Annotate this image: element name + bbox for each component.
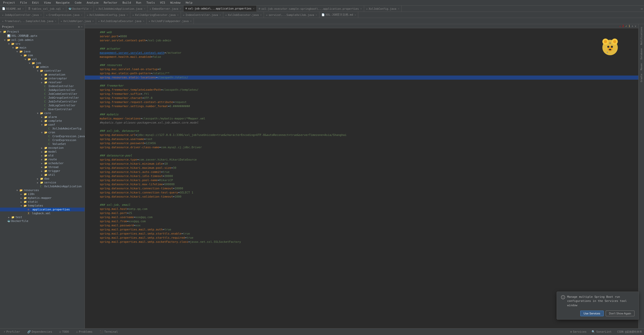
tree-item-interceptor[interactable]: ▶ 📁 interceptor [0, 77, 85, 80]
tab-close-index[interactable]: ✕ [219, 14, 221, 16]
tab-jobapi[interactable]: ☕ JobApiController.java ✕ [0, 12, 44, 18]
tree-item-core[interactable]: ▼ 📂 core [0, 111, 85, 115]
editor-content[interactable]: + ### web server.port=8080 server.servle… [85, 28, 638, 328]
tree-item-resolver[interactable]: ▶ 📁 resolver [0, 80, 85, 84]
tree-item-dao[interactable]: ▶ 📁 dao [0, 177, 85, 181]
tab-indexcontroller[interactable]: ☕ IndexController.java ✕ [181, 12, 223, 18]
menu-navigate[interactable]: Navigate [55, 1, 71, 5]
menu-refactor[interactable]: Refactor [103, 1, 118, 5]
use-services-button[interactable]: Use Services [580, 311, 604, 316]
tab-simpleexecutor[interactable]: ☕ XxlJobSimpleExecutor.java ✕ [96, 18, 147, 24]
tab-xxlconfig[interactable]: ☕ XxlJobConfig.java ✕ [364, 6, 402, 12]
tree-item-cronexpr-java[interactable]: C CronExpression.java [0, 134, 85, 138]
tab-adminconfig[interactable]: ☕ XxlJobAdminConfig.java ✕ [85, 12, 131, 18]
tree-item-pptx[interactable]: 📊 XXL-JOB构建.pptx [0, 34, 85, 38]
tab-close-frameless[interactable]: ✕ [55, 20, 56, 22]
tree-item-jobapi-controller[interactable]: C JobApiController [0, 88, 85, 92]
tab-close-samplejob[interactable]: ✕ [316, 14, 317, 16]
tree-item-xxl[interactable]: ▼ 📂 xxl [0, 57, 85, 61]
tab-samplejob[interactable]: ☕ service\...SampleXxlJob.java ✕ [264, 12, 319, 18]
tree-item-i18n[interactable]: ▶ 📁 i18n [0, 192, 85, 196]
tree-item-test[interactable]: ▶ 📁 test [0, 215, 85, 219]
tab-sql[interactable]: 🗄 tables_xxl_job.sql ✕ [26, 6, 66, 12]
tree-item-jobinfo[interactable]: C JobInfoController [0, 100, 85, 104]
tree-item-project[interactable]: ▼ 📁 Project [0, 30, 85, 34]
tree-item-cronexpr[interactable]: C CronExpression [0, 138, 85, 142]
tab-close-adminapp[interactable]: ✕ [144, 7, 145, 10]
tab-close-sql[interactable]: ✕ [62, 7, 64, 10]
menu-tools[interactable]: Tools [145, 1, 156, 5]
tab-close-dockerfile[interactable]: ✕ [90, 7, 91, 10]
more-tabs-icon[interactable]: ⋯ [641, 7, 643, 11]
tree-item-trigger[interactable]: ▶ 📁 trigger [0, 169, 85, 173]
tree-item-route[interactable]: ▶ 📁 route [0, 157, 85, 161]
menu-vcs[interactable]: VCS [159, 1, 166, 5]
collapse-gutter-btn[interactable]: ∨ [635, 25, 636, 27]
tool-profiler[interactable]: ⚡ Profiler [2, 330, 22, 334]
panel-gradle[interactable]: Gradle [640, 72, 643, 84]
tree-item-scheduler[interactable]: ▶ 📁 scheduler [0, 161, 85, 165]
menu-run[interactable]: Run [135, 1, 142, 5]
tab-close-readme[interactable]: ✕ [22, 7, 24, 10]
tree-item-exception[interactable]: ▶ 📁 exception [0, 146, 85, 150]
dont-show-button[interactable]: Don't Show Again [606, 311, 635, 316]
menu-analyze[interactable]: Analyze [86, 1, 99, 5]
panel-notifications[interactable]: Notifications [640, 25, 643, 46]
tab-fileappender[interactable]: ☕ XxlJobFileAppender.java ✕ [147, 18, 194, 24]
tab-cron[interactable]: ☕ CronExpression.java ✕ [44, 12, 85, 18]
tree-item-main[interactable]: ▼ 📂 main [0, 46, 85, 50]
tab-close-adminconfig[interactable]: ✕ [127, 14, 128, 16]
menu-help[interactable]: Help [185, 1, 194, 5]
tab-close-fileappender[interactable]: ✕ [190, 20, 191, 22]
tool-services[interactable]: ⚙ Services [569, 330, 588, 334]
tab-xxlexecutor[interactable]: ☕ XxlJobExecutor.java ✕ [223, 12, 264, 18]
tree-item-cron[interactable]: ▼ 📂 cron [0, 131, 85, 134]
tree-item-thread[interactable]: ▶ 📁 thread [0, 165, 85, 169]
tree-item-jobgroup[interactable]: C JobGroupController [0, 96, 85, 100]
tree-item-static[interactable]: ▶ 📁 static [0, 200, 85, 204]
tool-todo[interactable]: ☑ TODO [58, 330, 70, 334]
tab-close-springexecutor[interactable]: ✕ [177, 14, 178, 16]
tree-item-mybatis[interactable]: ▶ 📁 mybatis-mapper [0, 196, 85, 200]
expand-gutter-btn[interactable]: ∧ [632, 25, 633, 27]
tree-item-job[interactable]: ▼ 📂 job [0, 61, 85, 65]
tree-item-adminconfig-java[interactable]: C XxlJobAdminConfig [0, 127, 85, 131]
tree-item-adminapp-java[interactable]: C XxlJobAdminApplication [0, 184, 85, 188]
tab-embedserver[interactable]: ☕ EmbedServer.java ✕ [148, 6, 183, 12]
tab-close-jobapi[interactable]: ✕ [40, 14, 42, 16]
tree-item-valueset[interactable]: C ValueSet [0, 142, 85, 146]
sidebar-settings-icon[interactable]: ⚙ [78, 25, 80, 29]
panel-database[interactable]: Database [640, 47, 643, 61]
tab-dockerfile[interactable]: 🐳 Dockerfile ✕ [66, 6, 94, 12]
menu-view[interactable]: View [43, 1, 52, 5]
tab-close-executorprops[interactable]: ✕ [360, 7, 362, 10]
tab-helper[interactable]: ☕ XxlJobHelper.java ✕ [59, 18, 96, 24]
tree-item-indexcontroller[interactable]: C IndexController [0, 84, 85, 88]
tab-close-config[interactable]: ✕ [398, 7, 399, 10]
tree-item-model[interactable]: ▶ 📁 model [0, 150, 85, 154]
tree-item-xxl-job-admin[interactable]: ▼ 📂 xxl-job-admin [0, 38, 85, 42]
tool-terminal[interactable]: ⬛ Terminal [98, 330, 119, 334]
tab-springexecutor[interactable]: ☕ XxlJobSpringExecutor.java ✕ [130, 12, 181, 18]
tree-item-controller[interactable]: ▼ 📂 controller [0, 69, 85, 73]
tab-executor-props[interactable]: ⚙ xxl-job-executor-sample-springboot\...… [257, 6, 364, 12]
error-count[interactable]: ⚠ 2 [619, 25, 624, 27]
tree-item-complete[interactable]: ▶ 📁 complete [0, 119, 85, 123]
tree-item-util[interactable]: ▶ 📁 util [0, 173, 85, 177]
tab-frameless[interactable]: ☕ frameless\...SampleXxlJob.java ✕ [0, 18, 59, 24]
tree-item-dockerfile-root[interactable]: 🐳 Dockerfile [0, 219, 85, 223]
tab-officialdoc[interactable]: 📄 XXL-JOB官方文档.md ✕ [319, 12, 358, 18]
menu-window[interactable]: Window [169, 1, 182, 5]
tab-close-simpleexecutor[interactable]: ✕ [143, 20, 144, 22]
tab-close-adminprops[interactable]: ✕ [253, 7, 254, 10]
tab-close-xxlexecutor[interactable]: ✕ [260, 14, 262, 16]
tree-item-com[interactable]: ▼ 📂 com [0, 53, 85, 57]
tool-sonar[interactable]: 🔍 SonarLint [590, 330, 613, 334]
tree-item-admin-pkg[interactable]: ▼ 📂 admin [0, 65, 85, 69]
tree-item-user[interactable]: C UserController [0, 107, 85, 111]
tree-item-old[interactable]: ▶ 📁 old [0, 154, 85, 157]
sidebar-collapse-icon[interactable]: − [81, 25, 82, 29]
tool-dependencies[interactable]: 🔗 Dependencies [26, 330, 54, 334]
tree-item-alarm[interactable]: ▶ 📁 alarm [0, 115, 85, 119]
tree-item-jobcode[interactable]: C JobCodeController [0, 92, 85, 96]
